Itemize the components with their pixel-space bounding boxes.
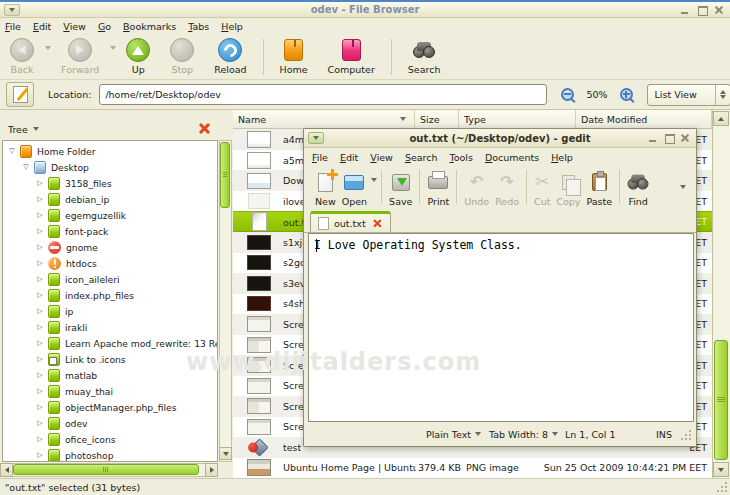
scroll-right-button[interactable] bbox=[205, 463, 218, 477]
expand-icon[interactable]: ▷ bbox=[35, 435, 45, 443]
tree-item-objectmanager-php-files[interactable]: ▷objectManager.php_files bbox=[3, 399, 177, 415]
tab-width-select[interactable]: Tab Width: 8 bbox=[489, 426, 558, 442]
tree-item-desktop[interactable]: ▽Desktop bbox=[3, 159, 89, 175]
gedit-menu-file[interactable]: File bbox=[309, 150, 331, 165]
location-input[interactable]: /home/ret/Desktop/odev bbox=[99, 84, 547, 105]
scroll-down-button[interactable] bbox=[219, 447, 232, 460]
expand-icon[interactable]: ▷ bbox=[35, 323, 45, 331]
close-button[interactable] bbox=[714, 5, 724, 15]
gedit-cut-button[interactable]: ✂Cut bbox=[531, 167, 553, 211]
expand-icon[interactable]: ▷ bbox=[35, 259, 45, 267]
column-header-size[interactable]: Size bbox=[415, 110, 459, 128]
tree-item-odev[interactable]: ▷odev bbox=[3, 415, 88, 431]
window-menu-button[interactable] bbox=[308, 132, 324, 144]
browser-reload-button[interactable]: Reload bbox=[204, 35, 256, 79]
tab-out-txt[interactable]: out.txt bbox=[310, 211, 391, 232]
browser-menu-help[interactable]: Help bbox=[218, 19, 246, 34]
sidebar-mode-select[interactable]: Tree bbox=[8, 124, 39, 135]
expand-icon[interactable]: ▷ bbox=[35, 227, 45, 235]
tree-item-home-folder[interactable]: ▽Home Folder bbox=[3, 143, 95, 159]
maximize-button[interactable] bbox=[697, 5, 707, 15]
tree-item-htdocs[interactable]: ▷htdocs bbox=[3, 255, 97, 271]
expand-icon[interactable]: ▷ bbox=[35, 403, 45, 411]
scrollbar-thumb[interactable] bbox=[220, 142, 230, 208]
resize-grip[interactable] bbox=[680, 429, 692, 441]
browser-home-button[interactable]: Home bbox=[270, 35, 318, 79]
browser-computer-button[interactable]: Computer bbox=[318, 35, 385, 79]
gedit-menu-documents[interactable]: Documents bbox=[482, 150, 542, 165]
tree-item-font-pack[interactable]: ▷font-pack bbox=[3, 223, 108, 239]
browser-menu-tabs[interactable]: Tabs bbox=[185, 19, 212, 34]
sidebar-vertical-scrollbar[interactable] bbox=[219, 140, 232, 462]
zoom-out-button[interactable] bbox=[561, 88, 574, 101]
expand-icon[interactable]: ▷ bbox=[35, 291, 45, 299]
gedit-menu-view[interactable]: View bbox=[367, 150, 396, 165]
zoom-in-button[interactable] bbox=[620, 88, 633, 101]
close-button[interactable] bbox=[680, 133, 690, 143]
sidebar-close-button[interactable] bbox=[198, 122, 210, 134]
window-menu-button[interactable] bbox=[4, 4, 20, 16]
forward-dropdown-chevron[interactable] bbox=[110, 46, 116, 50]
expand-icon[interactable]: ▷ bbox=[35, 451, 45, 459]
toggle-location-entry-button[interactable] bbox=[6, 82, 34, 107]
tree-item-photoshop[interactable]: ▷photoshop bbox=[3, 447, 114, 462]
expand-icon[interactable]: ▷ bbox=[35, 243, 45, 251]
minimize-button[interactable] bbox=[648, 133, 658, 143]
tree-item-ofice-icons[interactable]: ▷ofice_icons bbox=[3, 431, 116, 447]
toolbar-overflow-chevron[interactable] bbox=[680, 185, 686, 189]
expand-icon[interactable]: ▷ bbox=[35, 387, 45, 395]
tree-item-egemguzellik[interactable]: ▷egemguzellik bbox=[3, 207, 126, 223]
scroll-left-button[interactable] bbox=[0, 463, 13, 477]
gedit-menu-search[interactable]: Search bbox=[402, 150, 441, 165]
gedit-redo-button[interactable]: ↷Redo bbox=[492, 167, 522, 211]
scroll-down-button[interactable] bbox=[713, 462, 729, 477]
browser-menu-view[interactable]: View bbox=[60, 19, 89, 34]
back-dropdown-chevron[interactable] bbox=[45, 46, 51, 50]
column-header-date-modified[interactable]: Date Modified bbox=[576, 110, 712, 128]
tree-item-ip[interactable]: ▷ip bbox=[3, 303, 73, 319]
tree-item-link-to-icons[interactable]: ▷Link to .icons bbox=[3, 351, 126, 367]
browser-back-button[interactable]: Back bbox=[0, 35, 44, 79]
tree-item-icon-aileleri[interactable]: ▷icon_aileleri bbox=[3, 271, 120, 287]
gedit-open-button[interactable]: Open bbox=[339, 167, 370, 211]
expand-icon[interactable]: ▷ bbox=[35, 419, 45, 427]
expand-icon[interactable]: ▷ bbox=[35, 179, 45, 187]
expand-icon[interactable]: ▷ bbox=[35, 339, 45, 347]
browser-stop-button[interactable]: Stop bbox=[160, 35, 204, 79]
minimize-button[interactable] bbox=[680, 5, 690, 15]
gedit-menu-help[interactable]: Help bbox=[548, 150, 576, 165]
column-header-type[interactable]: Type bbox=[459, 110, 576, 128]
file-row-ubuntu-home-page-ubu[interactable]: Ubuntu Home Page | Ubuntu_125...379.4 KB… bbox=[233, 457, 712, 478]
expand-icon[interactable]: ▷ bbox=[35, 371, 45, 379]
tree-item-irakli[interactable]: ▷irakli bbox=[3, 319, 87, 335]
gedit-find-button[interactable]: Find bbox=[624, 167, 652, 211]
language-select[interactable]: Plain Text bbox=[426, 426, 481, 442]
expand-icon[interactable]: ▷ bbox=[35, 307, 45, 315]
scrollbar-thumb[interactable] bbox=[13, 464, 199, 475]
gedit-paste-button[interactable]: Paste bbox=[584, 167, 616, 211]
gedit-copy-button[interactable]: Copy bbox=[553, 167, 583, 211]
browser-menu-bookmarks[interactable]: Bookmarks bbox=[120, 19, 179, 34]
browser-search-button[interactable]: Search bbox=[398, 35, 451, 79]
tree-item-gnome[interactable]: ▷gnome bbox=[3, 239, 98, 255]
browser-menu-edit[interactable]: Edit bbox=[30, 19, 54, 34]
tab-close-icon[interactable] bbox=[372, 219, 381, 228]
browser-forward-button[interactable]: Forward bbox=[51, 35, 109, 79]
collapse-icon[interactable]: ▽ bbox=[7, 147, 17, 155]
tree-item-matlab[interactable]: ▷matlab bbox=[3, 367, 97, 383]
resize-grip[interactable] bbox=[716, 481, 728, 493]
collapse-icon[interactable]: ▽ bbox=[21, 163, 31, 171]
gedit-print-button[interactable]: Print bbox=[424, 167, 452, 211]
gedit-menu-edit[interactable]: Edit bbox=[337, 150, 361, 165]
gedit-save-button[interactable]: Save bbox=[386, 167, 415, 211]
file-list-vertical-scrollbar[interactable] bbox=[712, 110, 730, 478]
maximize-button[interactable] bbox=[664, 133, 674, 143]
scroll-up-button[interactable] bbox=[713, 111, 729, 126]
gedit-undo-button[interactable]: ↶Undo bbox=[461, 167, 492, 211]
expand-icon[interactable]: ▷ bbox=[35, 211, 45, 219]
tree-item-index-php-files[interactable]: ▷index.php_files bbox=[3, 287, 134, 303]
expand-icon[interactable]: ▷ bbox=[35, 275, 45, 283]
view-mode-select[interactable]: List View bbox=[647, 84, 730, 106]
tree-item-3158-files[interactable]: ▷3158_files bbox=[3, 175, 112, 191]
view-mode-stepper[interactable] bbox=[715, 85, 730, 105]
